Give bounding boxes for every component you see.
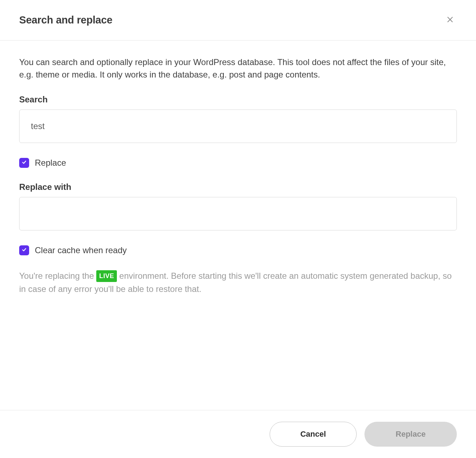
replace-with-input[interactable] <box>19 197 457 230</box>
close-icon <box>446 16 454 25</box>
search-replace-modal: Search and replace You can search and op… <box>0 0 476 458</box>
modal-body: You can search and optionally replace in… <box>0 41 476 410</box>
modal-header: Search and replace <box>0 0 476 41</box>
search-field-group: Search <box>19 95 457 143</box>
check-icon <box>22 247 27 254</box>
modal-footer: Cancel Replace <box>0 410 476 458</box>
check-icon <box>22 160 27 166</box>
replace-with-field-group: Replace with <box>19 182 457 230</box>
replace-checkbox[interactable] <box>19 158 29 168</box>
live-badge: LIVE <box>96 270 117 282</box>
replace-checkbox-label: Replace <box>35 158 66 168</box>
environment-note: You're replacing the LIVE environment. B… <box>19 270 457 295</box>
close-button[interactable] <box>443 13 457 27</box>
search-input[interactable] <box>19 110 457 143</box>
clear-cache-checkbox-row: Clear cache when ready <box>19 245 457 255</box>
replace-button[interactable]: Replace <box>364 422 457 447</box>
replace-with-label: Replace with <box>19 182 457 192</box>
cancel-button[interactable]: Cancel <box>270 422 357 447</box>
search-label: Search <box>19 95 457 105</box>
description-text: You can search and optionally replace in… <box>19 56 457 81</box>
clear-cache-label: Clear cache when ready <box>35 245 127 255</box>
modal-title: Search and replace <box>19 14 112 26</box>
replace-checkbox-row: Replace <box>19 158 457 168</box>
clear-cache-checkbox[interactable] <box>19 245 29 255</box>
note-prefix: You're replacing the <box>19 271 96 281</box>
